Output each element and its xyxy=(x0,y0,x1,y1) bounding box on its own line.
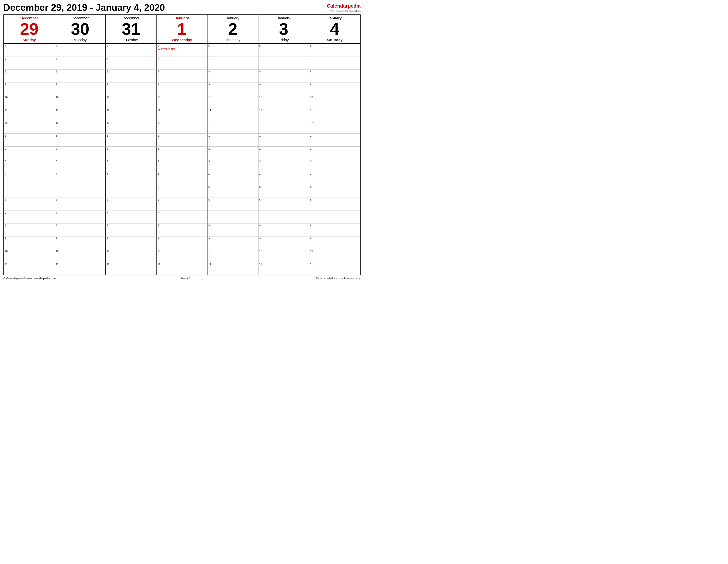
time-label: 6 xyxy=(208,45,210,47)
time-label: 5 xyxy=(208,186,210,189)
time-cell: 4 xyxy=(4,172,55,185)
time-label: 6 xyxy=(107,199,108,201)
time-label: 11 xyxy=(5,263,8,266)
time-cell: 9 xyxy=(157,237,207,249)
time-label: 8 xyxy=(208,70,210,73)
time-label: 2 xyxy=(107,147,108,150)
dayname-thursday: Thursday xyxy=(209,38,257,42)
time-cell: 5 xyxy=(258,185,309,198)
time-label: 6 xyxy=(310,45,312,47)
time-label: 12 xyxy=(208,122,211,124)
time-cell: 12 xyxy=(309,121,360,134)
time-label: 10 xyxy=(5,250,8,253)
time-label: 4 xyxy=(259,173,261,176)
time-label: 1 xyxy=(56,134,57,137)
time-cell: 5 xyxy=(309,185,360,198)
time-cell: 9 xyxy=(258,237,309,249)
time-label: 6 xyxy=(56,199,57,201)
time-cell: 9 xyxy=(309,237,360,249)
time-cell: 12 xyxy=(106,121,157,134)
time-cell: 9 xyxy=(4,237,55,249)
time-cell: 5 xyxy=(4,185,55,198)
time-cell: 1 xyxy=(258,134,309,146)
time-cell: 6 xyxy=(258,198,309,211)
time-cell: 6 xyxy=(207,44,258,57)
time-label: 9 xyxy=(310,83,312,86)
time-label: 6 xyxy=(158,45,159,47)
time-label: 5 xyxy=(107,186,108,189)
time-cell: 4 xyxy=(106,172,157,185)
time-label: 11 xyxy=(107,109,109,112)
time-cell: 8 xyxy=(309,224,360,236)
time-cell: 7 xyxy=(55,57,106,70)
time-cell: 11 xyxy=(55,108,106,121)
time-cell: 4 xyxy=(309,172,360,185)
time-label: 4 xyxy=(56,173,57,176)
time-label: 7 xyxy=(5,58,6,60)
time-label: 7 xyxy=(56,212,57,214)
dayname-sunday: Sunday xyxy=(5,38,53,42)
time-label: 5 xyxy=(259,186,261,189)
time-cell: 11 xyxy=(4,262,55,275)
time-cell: 11 xyxy=(106,262,157,275)
time-cell: 2 xyxy=(157,147,207,159)
time-label: 12 xyxy=(310,122,313,124)
time-label: 5 xyxy=(310,186,312,189)
time-label: 7 xyxy=(208,58,210,60)
time-cell: 10 xyxy=(4,95,55,108)
day-header-monday: December 30 Monday xyxy=(55,15,106,43)
time-label: 9 xyxy=(208,237,210,240)
time-label: 7 xyxy=(107,58,108,60)
time-label: 3 xyxy=(310,160,312,163)
time-cell: 7 xyxy=(207,211,258,224)
time-cell: 3 xyxy=(207,159,258,172)
time-label: 10 xyxy=(310,250,313,253)
time-cell: 11 xyxy=(258,108,309,121)
page-header: December 29, 2019 - January 4, 2020 Cale… xyxy=(3,2,361,13)
time-label: 6 xyxy=(208,199,210,201)
time-cell: 8 xyxy=(106,70,157,82)
logo-calendar: Calendar xyxy=(327,3,348,9)
time-label: 2 xyxy=(56,147,57,150)
time-cell: 9 xyxy=(258,83,309,95)
time-label: 8 xyxy=(310,224,312,227)
time-label: 7 xyxy=(208,212,210,214)
time-label: 2 xyxy=(208,147,210,150)
time-cell: 10 xyxy=(207,95,258,108)
time-cell: 6 xyxy=(4,198,55,211)
time-cell: 7 xyxy=(55,211,106,224)
time-label: 11 xyxy=(259,263,262,266)
time-cell: 8 xyxy=(207,224,258,236)
time-label: 11 xyxy=(158,263,160,266)
time-label: 7 xyxy=(158,58,159,60)
time-label: 7 xyxy=(158,212,159,214)
time-label: 11 xyxy=(5,109,8,112)
time-label: 8 xyxy=(259,70,261,73)
time-cell: 10 xyxy=(309,95,360,108)
dayname-saturday: Saturday xyxy=(311,38,359,42)
time-label: 1 xyxy=(107,134,108,137)
time-cell: 8 xyxy=(157,224,207,236)
time-cell: 9 xyxy=(157,83,207,95)
time-label: 10 xyxy=(56,250,59,253)
time-label: 9 xyxy=(259,237,261,240)
time-cell: 11 xyxy=(106,108,157,121)
time-cell: 1 xyxy=(207,134,258,146)
time-cell: 12 xyxy=(207,121,258,134)
time-cell: 3 xyxy=(309,159,360,172)
time-cell: 8 xyxy=(258,70,309,82)
time-cell: 6 xyxy=(207,198,258,211)
time-label: 2 xyxy=(259,147,261,150)
time-label: 10 xyxy=(310,96,313,99)
time-label: 6 xyxy=(259,45,261,47)
time-label: 10 xyxy=(5,96,8,99)
day-header-thursday: January 2 Thursday xyxy=(207,15,258,43)
event-new-years-day: New Year's Day xyxy=(158,48,206,50)
day-header-saturday: January 4 Saturday xyxy=(309,15,360,43)
time-label: 10 xyxy=(107,96,109,99)
time-cell: 8 xyxy=(258,224,309,236)
daynum-31: 31 xyxy=(107,21,155,37)
daynum-4: 4 xyxy=(311,21,359,37)
time-cell: 6 xyxy=(106,44,157,57)
time-label: 11 xyxy=(158,109,160,112)
